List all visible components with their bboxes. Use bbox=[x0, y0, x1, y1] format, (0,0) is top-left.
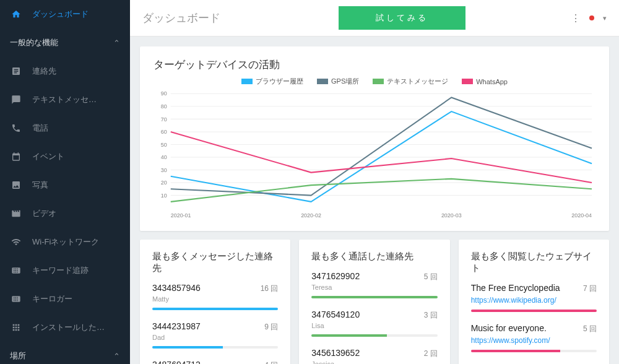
list-item[interactable]: 34442319879 回Dad bbox=[152, 321, 278, 349]
entry-link[interactable]: https://www.wikipedia.org/ bbox=[471, 296, 597, 305]
svg-text:40: 40 bbox=[161, 154, 167, 160]
panel-title: 最も多く通話した連絡先 bbox=[311, 251, 437, 262]
activity-chart-card: ターゲットデバイスの活動 ブラウザー履歴GPS場所テキストメッセージWhatsA… bbox=[140, 46, 609, 231]
entry-bar bbox=[471, 350, 597, 352]
event-icon bbox=[10, 152, 22, 162]
keyboard-icon bbox=[10, 294, 22, 304]
list-item[interactable]: 343485794616 回Matty bbox=[152, 283, 278, 310]
sidebar-item-keyboard[interactable]: キーロガー bbox=[0, 285, 130, 313]
entry-sub: Teresa bbox=[311, 284, 437, 291]
entry-sub: Jessica bbox=[311, 360, 437, 364]
sidebar: ダッシュボード一般的な機能⌃連絡先テキストメッセ…電話イベント写真ビデオWi-F… bbox=[0, 0, 130, 364]
more-menu-icon[interactable]: ⋮ bbox=[571, 12, 581, 24]
sidebar-item-label: Wi-Fiネットワーク bbox=[32, 236, 99, 248]
svg-text:70: 70 bbox=[161, 116, 167, 122]
svg-text:60: 60 bbox=[161, 129, 167, 135]
sidebar-item-label: ダッシュボード bbox=[32, 9, 89, 20]
apps-icon bbox=[10, 323, 22, 332]
list-item[interactable]: Music for everyone.5 回https://www.spotif… bbox=[471, 323, 597, 352]
legend-swatch bbox=[462, 79, 473, 84]
legend-label: ブラウザー履歴 bbox=[256, 77, 303, 86]
entry-primary: 3456139652 bbox=[311, 348, 360, 358]
list-item[interactable]: 34765491203 回Lisa bbox=[311, 310, 437, 337]
chart-legend: ブラウザー履歴GPS場所テキストメッセージWhatsApp bbox=[154, 77, 595, 86]
line-chart: 1020304050607080902020-012020-022020-032… bbox=[154, 90, 595, 220]
entry-count: 5 回 bbox=[583, 324, 597, 334]
svg-text:2020-04: 2020-04 bbox=[571, 212, 592, 219]
entry-bar bbox=[311, 334, 437, 337]
entry-count: 7 回 bbox=[583, 284, 597, 294]
sidebar-item-contacts[interactable]: 連絡先 bbox=[0, 57, 130, 85]
home-icon bbox=[10, 9, 22, 19]
chevron-down-icon[interactable]: ▾ bbox=[603, 14, 607, 22]
list-item[interactable]: 34716299025 回Teresa bbox=[311, 271, 437, 298]
entry-count: 3 回 bbox=[424, 310, 438, 321]
entry-primary: Music for everyone. bbox=[471, 323, 547, 333]
sidebar-section[interactable]: 一般的な機能⌃ bbox=[0, 28, 130, 57]
legend-label: WhatsApp bbox=[476, 78, 508, 85]
svg-text:90: 90 bbox=[161, 90, 167, 97]
chart-title: ターゲットデバイスの活動 bbox=[154, 58, 595, 72]
list-item[interactable]: The Free Encyclopedia7 回https://www.wiki… bbox=[471, 283, 597, 312]
entry-bar bbox=[152, 308, 278, 310]
panel-calls: 最も多く通話した連絡先34716299025 回Teresa3476549120… bbox=[299, 240, 449, 364]
entry-link[interactable]: https://www.spotify.com/ bbox=[471, 336, 597, 345]
section-label: 一般的な機能 bbox=[10, 37, 58, 48]
entry-count: 9 回 bbox=[264, 322, 278, 332]
sidebar-item-phone[interactable]: 電話 bbox=[0, 114, 130, 142]
sidebar-item-keyboard[interactable]: キーワード追跡 bbox=[0, 256, 130, 285]
sidebar-item-label: 連絡先 bbox=[32, 66, 56, 77]
sidebar-item-apps[interactable]: インストールした… bbox=[0, 313, 130, 342]
chevron-up-icon: ⌃ bbox=[113, 352, 120, 361]
list-item[interactable]: 34876947124 回Mom bbox=[152, 360, 278, 364]
message-icon bbox=[10, 95, 22, 105]
sidebar-item-video[interactable]: ビデオ bbox=[0, 199, 130, 228]
sidebar-item-event[interactable]: イベント bbox=[0, 142, 130, 171]
svg-text:50: 50 bbox=[161, 141, 167, 147]
entry-sub: Matty bbox=[152, 295, 278, 303]
entry-bar bbox=[152, 346, 278, 349]
legend-item[interactable]: GPS場所 bbox=[317, 77, 359, 86]
list-item[interactable]: 34561396522 回Jessica bbox=[311, 348, 437, 364]
sidebar-item-label: キーロガー bbox=[32, 293, 72, 305]
entry-sub: Dad bbox=[152, 334, 278, 341]
entry-count: 16 回 bbox=[261, 284, 279, 294]
entry-count: 4 回 bbox=[264, 360, 278, 364]
entry-primary: 3487694712 bbox=[152, 360, 201, 364]
svg-text:20: 20 bbox=[161, 180, 167, 186]
panel-messages: 最も多くメッセージした連絡先343485794616 回Matty3444231… bbox=[140, 240, 290, 364]
contacts-icon bbox=[10, 66, 22, 76]
legend-item[interactable]: ブラウザー履歴 bbox=[241, 77, 303, 86]
sidebar-item-label: ビデオ bbox=[32, 208, 56, 219]
legend-item[interactable]: テキストメッセージ bbox=[373, 77, 448, 86]
record-dot-icon bbox=[589, 15, 594, 20]
svg-text:10: 10 bbox=[161, 192, 167, 198]
sidebar-item-label: 電話 bbox=[32, 123, 48, 134]
wifi-icon bbox=[10, 237, 22, 247]
sidebar-item-photo[interactable]: 写真 bbox=[0, 171, 130, 199]
entry-bar bbox=[311, 296, 437, 298]
panel-title: 最も多く閲覧したウェブサイト bbox=[471, 251, 597, 274]
panel-title: 最も多くメッセージした連絡先 bbox=[152, 251, 278, 274]
entry-count: 5 回 bbox=[424, 272, 438, 282]
sidebar-section[interactable]: 場所⌃ bbox=[0, 342, 130, 364]
legend-label: テキストメッセージ bbox=[387, 77, 448, 86]
legend-item[interactable]: WhatsApp bbox=[462, 77, 508, 86]
svg-text:30: 30 bbox=[161, 167, 167, 173]
sidebar-item-label: 写真 bbox=[32, 180, 48, 191]
svg-text:80: 80 bbox=[161, 103, 167, 110]
entry-bar bbox=[471, 310, 597, 312]
sidebar-item-message[interactable]: テキストメッセ… bbox=[0, 85, 130, 114]
keyboard-icon bbox=[10, 266, 22, 275]
video-icon bbox=[10, 209, 22, 219]
sidebar-item-home[interactable]: ダッシュボード bbox=[0, 0, 130, 28]
entry-primary: 3471629902 bbox=[311, 271, 360, 281]
entry-primary: 3444231987 bbox=[152, 321, 201, 331]
panel-sites: 最も多く閲覧したウェブサイトThe Free Encyclopedia7 回ht… bbox=[459, 240, 609, 364]
try-button[interactable]: 試してみる bbox=[339, 6, 465, 30]
svg-text:2020-03: 2020-03 bbox=[441, 212, 462, 219]
legend-swatch bbox=[241, 79, 253, 84]
phone-icon bbox=[10, 123, 22, 133]
sidebar-item-wifi[interactable]: Wi-Fiネットワーク bbox=[0, 228, 130, 256]
svg-text:2020-01: 2020-01 bbox=[171, 212, 191, 219]
